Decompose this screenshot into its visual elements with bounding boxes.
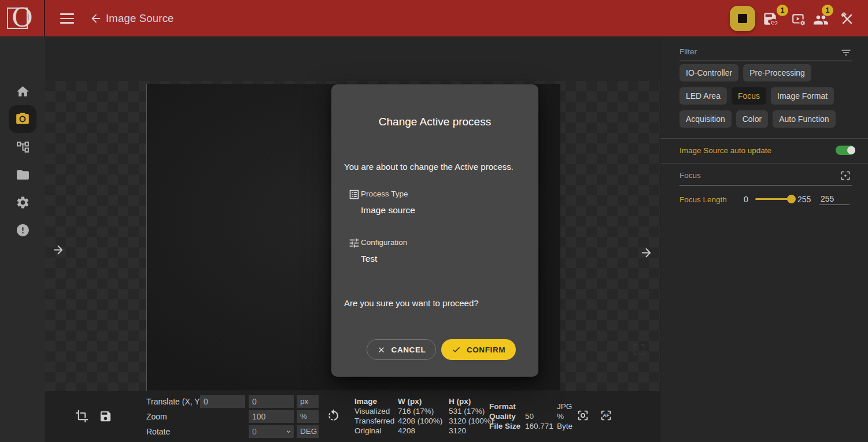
check-icon xyxy=(452,345,461,354)
image-size-table: Image W (px) H (px) Visualized 716 (17%)… xyxy=(354,396,495,436)
table-row-name: Visualized xyxy=(354,406,398,416)
rotate-select[interactable]: 0 xyxy=(249,425,294,438)
focus-section-icon[interactable] xyxy=(840,170,851,181)
format-value xyxy=(525,402,557,411)
filter-chip-color[interactable]: Color xyxy=(736,110,768,128)
stop-button[interactable] xyxy=(730,6,755,31)
rotate-unit: DEG xyxy=(297,425,319,438)
slider-min-label: 0 xyxy=(744,195,748,204)
af-focus-icon[interactable]: AF xyxy=(600,409,612,422)
format-label: File Size xyxy=(489,421,525,431)
filter-chip-pre-processing[interactable]: Pre-Processing xyxy=(743,64,811,81)
left-sidebar xyxy=(0,36,45,442)
stop-icon xyxy=(738,14,747,23)
col-header: H (px) xyxy=(449,396,495,406)
crop-icon[interactable] xyxy=(75,410,88,423)
slider-knob[interactable] xyxy=(787,195,796,203)
format-table: Format JPG Quality 50 % File Size 160.77… xyxy=(489,402,580,431)
reset-icon[interactable] xyxy=(326,408,341,423)
translate-label: Translate (X, Y) xyxy=(146,395,202,408)
folder-icon[interactable] xyxy=(16,168,30,182)
translate-unit: px xyxy=(297,395,319,408)
zoom-input[interactable] xyxy=(249,410,294,423)
dialog-title: Change Active process xyxy=(331,116,538,128)
divider xyxy=(679,61,852,61)
filter-chip-auto-function[interactable]: Auto Function xyxy=(773,110,835,128)
confirm-button[interactable]: CONFIRM xyxy=(441,339,516,360)
dialog-question: Are you sure you want to proceed? xyxy=(344,298,479,308)
table-cell: 716 (17%) xyxy=(398,406,449,416)
col-header: Image xyxy=(354,396,398,406)
sidebar-item-camera[interactable] xyxy=(9,105,36,133)
bottom-toolbar: Translate (X, Y) px Zoom % Rotate 0 DEG … xyxy=(45,391,660,442)
error-icon[interactable] xyxy=(16,223,30,237)
confirm-label: CONFIRM xyxy=(467,346,505,354)
cancel-label: CANCEL xyxy=(391,346,426,354)
chevron-down-icon xyxy=(285,428,292,435)
translate-x-input[interactable] xyxy=(200,395,245,408)
format-label: Format xyxy=(489,402,525,411)
table-cell: 4208 xyxy=(398,426,449,436)
users-badge: 1 xyxy=(822,5,833,16)
divider xyxy=(660,138,868,139)
back-arrow-icon[interactable] xyxy=(90,12,102,25)
close-icon xyxy=(377,346,386,354)
pan-arrow-right-region-icon[interactable] xyxy=(640,246,653,259)
filter-chip-group: IO-Controller Pre-Processing LED Area Fo… xyxy=(679,64,852,128)
video-settings-icon[interactable] xyxy=(791,12,806,27)
top-app-bar: O Image Source 1 1 xyxy=(0,0,868,36)
change-active-process-dialog: Change Active process You are about to c… xyxy=(331,84,538,377)
filter-chip-focus[interactable]: Focus xyxy=(732,87,766,105)
logo-letter: O xyxy=(12,3,33,33)
filter-chip-io-controller[interactable]: IO-Controller xyxy=(679,64,738,81)
process-type-label: Process Type xyxy=(361,190,408,198)
app-logo: O xyxy=(0,0,45,36)
tune-icon xyxy=(348,237,360,249)
table-row-name: Original xyxy=(354,426,398,436)
process-type-value: Image source xyxy=(361,205,415,216)
dialog-message: You are about to change the Active proce… xyxy=(344,162,529,172)
focus-length-label: Focus Length xyxy=(679,195,727,204)
auto-update-toggle[interactable] xyxy=(836,146,855,155)
format-unit: Byte xyxy=(557,421,580,431)
camera-icon xyxy=(15,112,30,127)
rotate-value: 0 xyxy=(252,427,257,436)
af-label: AF xyxy=(603,413,610,418)
filter-chip-image-format[interactable]: Image Format xyxy=(771,87,834,105)
focus-length-input[interactable] xyxy=(819,194,849,205)
pan-arrow-left-region-icon[interactable] xyxy=(51,243,65,257)
auto-update-label: Image Source auto update xyxy=(679,146,771,155)
tools-close-icon[interactable] xyxy=(840,12,855,27)
table-cell: 4208 (100%) xyxy=(398,416,449,426)
settings-panel: Filter IO-Controller Pre-Processing LED … xyxy=(660,36,868,442)
filter-icon[interactable] xyxy=(840,47,852,58)
home-icon[interactable] xyxy=(16,84,30,99)
format-value: 50 xyxy=(525,411,557,421)
list-icon xyxy=(348,188,360,200)
toggle-knob xyxy=(847,146,855,154)
zoom-unit: % xyxy=(297,410,319,423)
save-link-icon[interactable] xyxy=(762,11,778,27)
configuration-label: Configuration xyxy=(361,238,407,247)
focus-section-title: Focus xyxy=(679,171,701,180)
table-cell: 3120 xyxy=(449,426,495,436)
app-window: O Image Source 1 1 xyxy=(0,0,868,442)
table-cell: 3120 (100%) xyxy=(449,416,495,426)
cancel-button[interactable]: CANCEL xyxy=(367,339,436,360)
divider xyxy=(660,163,868,164)
format-label: Quality xyxy=(489,411,525,421)
gear-icon[interactable] xyxy=(16,195,30,210)
zoom-label: Zoom xyxy=(146,410,167,423)
col-header: W (px) xyxy=(398,396,449,406)
filter-title: Filter xyxy=(679,47,697,56)
table-row-name: Transferred xyxy=(354,416,398,426)
save-icon[interactable] xyxy=(99,410,112,423)
menu-icon[interactable] xyxy=(60,13,74,27)
center-focus-icon[interactable] xyxy=(577,409,589,422)
filter-chip-acquisition[interactable]: Acquisition xyxy=(679,110,732,128)
translate-y-input[interactable] xyxy=(249,395,294,408)
process-tree-icon[interactable] xyxy=(16,140,30,154)
filter-chip-led-area[interactable]: LED Area xyxy=(679,87,727,105)
save-badge: 1 xyxy=(777,5,788,16)
focus-region-marker xyxy=(631,342,647,357)
